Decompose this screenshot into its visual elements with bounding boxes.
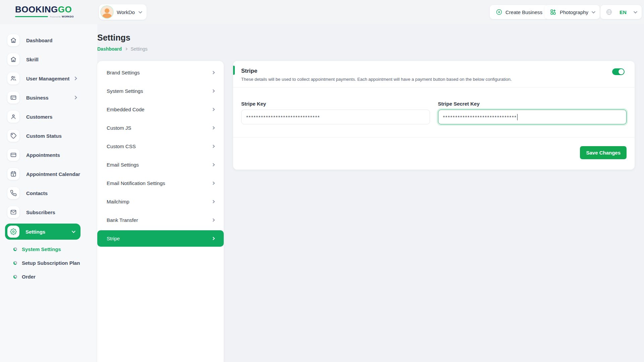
stripe-panel-body: Stripe Key *****************************… [233,87,635,124]
language-label: EN [620,9,627,15]
settings-menu-brand-settings[interactable]: Brand Settings [97,63,224,82]
stripe-enabled-toggle[interactable] [612,68,625,75]
chevron-right-icon [212,237,215,240]
chevron-right-icon [212,163,215,167]
mail-icon [7,206,19,218]
chevron-right-icon [212,71,215,74]
save-changes-button[interactable]: Save Changes [580,146,627,159]
sidebar-item-custom-status[interactable]: Custom Status [0,128,97,143]
chevron-right-icon [212,89,215,93]
business-type-selector[interactable]: Photography [544,5,600,19]
tag-icon [7,130,19,142]
user-icon [7,111,19,123]
calendar-icon [7,168,19,180]
sidebar-item-skrill[interactable]: Skrill [0,52,97,67]
business-type-label: Photography [560,9,588,15]
language-selector[interactable]: EN [600,5,642,19]
home-icon [7,34,19,46]
bullet-icon [13,261,17,265]
settings-menu-custom-css[interactable]: Custom CSS [97,137,224,156]
create-business-button[interactable]: Create Business [490,5,548,19]
sidebar-item-user-management[interactable]: User Management [0,71,97,86]
text-cursor [517,114,518,120]
sidebar-item-settings[interactable]: Settings [5,224,80,240]
chevron-down-icon [634,10,637,13]
bullet-icon [13,247,17,251]
stripe-key-field-group: Stripe Key *****************************… [241,101,430,124]
chevron-right-icon [73,96,77,99]
powered-by-label: Powered By [50,16,61,18]
settings-menu-embedded-code[interactable]: Embedded Code [97,100,224,119]
sidebar-item-dashboard[interactable]: Dashboard [0,33,97,48]
settings-menu-mailchimp[interactable]: Mailchimp [97,192,224,211]
logo-underline [15,16,48,17]
sidebar-subitem-system-settings[interactable]: System Settings [13,243,97,255]
logo-text-primary: BOOKING [15,4,58,14]
breadcrumb-current: Settings [130,46,148,52]
settings-menu-bank-transfer[interactable]: Bank Transfer [97,211,224,229]
sidebar-subitem-order[interactable]: Order [13,271,97,282]
stripe-panel-description: These details will be used to collect ap… [241,77,627,82]
breadcrumb-dashboard-link[interactable]: Dashboard [97,46,122,52]
grid-plus-icon [550,9,556,15]
topbar: BOOKINGGO Powered By WORKDO WorkDo Creat… [0,0,644,24]
users-icon [7,72,19,84]
page-title: Settings [97,33,130,43]
stripe-panel-title: Stripe [241,68,627,74]
settings-menu-stripe[interactable]: Stripe [97,230,224,247]
chevron-down-icon [72,229,75,233]
card-icon [7,149,19,161]
stripe-secret-key-label: Stripe Secret Key [438,101,627,107]
sidebar-item-contacts[interactable]: Contacts [0,185,97,201]
stripe-panel: Stripe These details will be used to col… [233,61,635,170]
settings-menu-email-settings[interactable]: Email Settings [97,156,224,174]
logo-text-accent: GO [58,4,72,14]
stripe-key-input[interactable]: ****************************** [241,110,430,124]
powered-by-brand: WORKDO [62,15,74,18]
chevron-right-icon [212,182,215,185]
chevron-right-icon [73,76,77,80]
gear-icon [7,226,19,238]
stripe-secret-key-input[interactable]: ****************************** [438,110,627,124]
breadcrumb: Dashboard Settings [97,46,148,52]
workspace-selector[interactable]: WorkDo [99,4,147,20]
chevron-right-icon [212,200,215,203]
settings-menu-custom-js[interactable]: Custom JS [97,119,224,137]
home-icon [7,53,19,65]
chevron-right-icon [212,126,215,130]
settings-menu-card: Brand Settings System Settings Embedded … [97,61,224,362]
chevron-right-icon [212,145,215,148]
chevron-down-icon [139,10,142,13]
stripe-panel-header: Stripe These details will be used to col… [233,61,635,87]
sidebar-item-appointment-calendar[interactable]: Appointment Calendar [0,166,97,182]
toggle-knob [619,69,624,74]
sidebar-subitem-setup-subscription-plan[interactable]: Setup Subscription Plan [13,257,97,268]
workspace-label: WorkDo [117,9,135,15]
app-logo: BOOKINGGO Powered By WORKDO [15,5,74,18]
chevron-down-icon [592,10,595,13]
sidebar-item-subscribers[interactable]: Subscribers [0,204,97,220]
create-business-label: Create Business [505,9,542,15]
credit-card-icon [7,92,19,104]
phone-icon [7,187,19,199]
accent-bar [233,66,235,75]
chevron-right-icon [125,48,127,50]
sidebar-item-business[interactable]: Business [0,90,97,105]
sidebar: Dashboard Skrill User Management Busines… [0,24,97,362]
stripe-key-label: Stripe Key [241,101,430,107]
stripe-panel-footer: Save Changes [233,137,635,168]
settings-menu-email-notification-settings[interactable]: Email Notification Settings [97,174,224,192]
chevron-right-icon [212,219,215,222]
workspace-avatar [101,6,113,18]
bullet-icon [13,275,17,279]
settings-menu-system-settings[interactable]: System Settings [97,82,224,100]
sidebar-item-appointments[interactable]: Appointments [0,147,97,163]
stripe-secret-key-field-group: Stripe Secret Key **********************… [438,101,627,124]
chevron-right-icon [212,108,215,111]
globe-icon [606,9,612,15]
sidebar-item-customers[interactable]: Customers [0,109,97,124]
plus-circle-icon [496,9,502,15]
